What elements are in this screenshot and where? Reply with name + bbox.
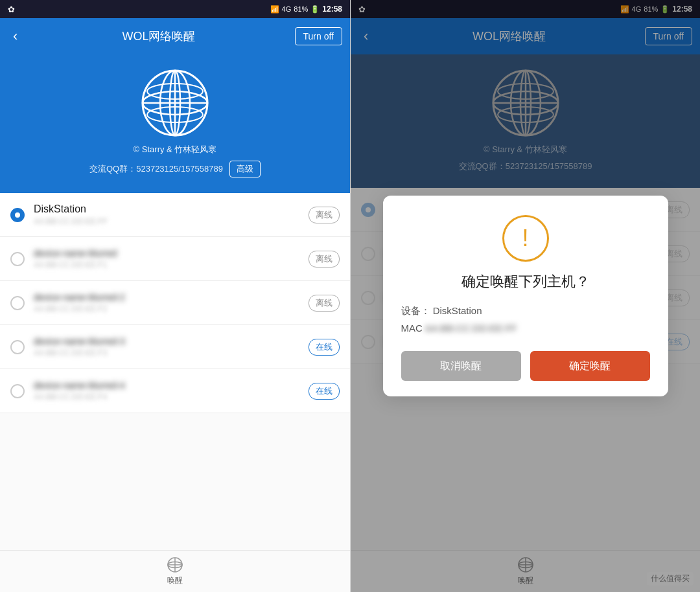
device-mac-4: AA:BB:CC:DD:EE:F4 — [34, 393, 309, 402]
device-mac-3: AA:BB:CC:DD:EE:F3 — [34, 348, 309, 358]
wifi-icon: 📶 — [270, 5, 279, 14]
battery-text-left: 81% — [294, 5, 308, 13]
dialog-mac-row: MAC AA:BB:CC:DD:EE:FF — [401, 319, 650, 337]
dialog-mac-value: AA:BB:CC:DD:EE:FF — [425, 323, 517, 334]
radio-1[interactable] — [10, 252, 25, 266]
status-bar-left: ✿ 📶 4G 81% 🔋 12:58 — [0, 0, 350, 18]
status-badge-3: 在线 — [309, 339, 340, 356]
device-info-1: device-name-blurred AA:BB:CC:DD:EE:F1 — [34, 248, 309, 269]
device-name-0: DiskStation — [34, 203, 309, 215]
advanced-button[interactable]: 高级 — [229, 161, 261, 177]
tab-label-left: 唤醒 — [167, 575, 183, 586]
right-phone-panel: ✿ 📶 4G 81% 🔋 12:58 ‹ WOL网络唤醒 Turn off © … — [350, 0, 700, 592]
warning-exclaim-icon: ! — [522, 227, 528, 250]
dialog-device-row: 设备： DiskStation — [401, 302, 650, 319]
left-phone-panel: ✿ 📶 4G 81% 🔋 12:58 ‹ WOL网络唤醒 Turn off — [0, 0, 350, 592]
device-name-2: device-name-blurred-2 — [34, 292, 309, 302]
device-item-1[interactable]: device-name-blurred AA:BB:CC:DD:EE:F1 离线 — [0, 237, 350, 281]
device-info-0: DiskStation AA:BB:CC:DD:EE:FF — [34, 203, 309, 226]
device-info-4: device-name-blurred-4 AA:BB:CC:DD:EE:F4 — [34, 380, 309, 402]
time-left: 12:58 — [322, 5, 342, 14]
settings-icon-left: ✿ — [8, 5, 15, 14]
battery-icon-left: 🔋 — [310, 5, 320, 14]
copyright-text: © Starry & 竹林轻风寒 — [134, 144, 217, 155]
status-icons-left: 📶 4G 81% 🔋 12:58 — [270, 5, 342, 14]
globe-tab-icon-left — [167, 556, 183, 573]
back-button-left[interactable]: ‹ — [8, 25, 23, 47]
globe-icon-blue — [139, 67, 211, 139]
device-label: 设备： — [401, 305, 430, 316]
device-mac-0: AA:BB:CC:DD:EE:FF — [34, 217, 309, 226]
status-badge-1: 离线 — [309, 251, 340, 268]
device-info-2: device-name-blurred-2 AA:BB:CC:DD:EE:F2 — [34, 292, 309, 313]
radio-2[interactable] — [10, 296, 25, 310]
qq-text: 交流QQ群：523723125/157558789 — [89, 163, 223, 175]
radio-4[interactable] — [10, 384, 25, 398]
dialog-title: 确定唤醒下列主机？ — [461, 272, 590, 291]
radio-0[interactable] — [10, 208, 25, 222]
dialog-box: ! 确定唤醒下列主机？ 设备： DiskStation MAC AA:BB:CC… — [383, 196, 668, 396]
signal-text-left: 4G — [282, 5, 292, 13]
mac-label: MAC — [401, 323, 423, 334]
device-mac-1: AA:BB:CC:DD:EE:F1 — [34, 260, 309, 269]
status-badge-4: 在线 — [309, 383, 340, 400]
tab-bar-left[interactable]: 唤醒 — [0, 550, 350, 592]
status-badge-2: 离线 — [309, 295, 340, 312]
device-name-4: device-name-blurred-4 — [34, 380, 309, 391]
dialog-buttons: 取消唤醒 确定唤醒 — [401, 351, 650, 381]
nav-bar-left: ‹ WOL网络唤醒 Turn off — [0, 18, 350, 54]
turn-off-button-left[interactable]: Turn off — [295, 27, 342, 45]
device-info-3: device-name-blurred-3 AA:BB:CC:DD:EE:F3 — [34, 336, 309, 358]
device-name-3: device-name-blurred-3 — [34, 336, 309, 347]
hero-banner-left: © Starry & 竹林轻风寒 交流QQ群：523723125/1575587… — [0, 54, 350, 193]
device-item-0[interactable]: DiskStation AA:BB:CC:DD:EE:FF 离线 — [0, 193, 350, 237]
radio-3[interactable] — [10, 340, 25, 354]
device-item-4[interactable]: device-name-blurred-4 AA:BB:CC:DD:EE:F4 … — [0, 369, 350, 413]
confirm-wake-button[interactable]: 确定唤醒 — [530, 351, 650, 381]
dialog-device-name: DiskStation — [433, 305, 482, 316]
status-badge-0: 离线 — [309, 207, 340, 223]
device-list-left: DiskStation AA:BB:CC:DD:EE:FF 离线 device-… — [0, 193, 350, 550]
device-item-3[interactable]: device-name-blurred-3 AA:BB:CC:DD:EE:F3 … — [0, 325, 350, 369]
device-name-1: device-name-blurred — [34, 248, 309, 258]
warning-circle: ! — [502, 215, 549, 262]
device-item-2[interactable]: device-name-blurred-2 AA:BB:CC:DD:EE:F2 … — [0, 281, 350, 325]
qq-row: 交流QQ群：523723125/157558789 高级 — [89, 161, 261, 177]
device-mac-2: AA:BB:CC:DD:EE:F2 — [34, 304, 309, 313]
dialog-info: 设备： DiskStation MAC AA:BB:CC:DD:EE:FF — [401, 302, 650, 337]
dialog-overlay: ! 确定唤醒下列主机？ 设备： DiskStation MAC AA:BB:CC… — [351, 0, 700, 592]
page-title-left: WOL网络唤醒 — [23, 28, 294, 44]
cancel-wake-button[interactable]: 取消唤醒 — [401, 351, 521, 381]
